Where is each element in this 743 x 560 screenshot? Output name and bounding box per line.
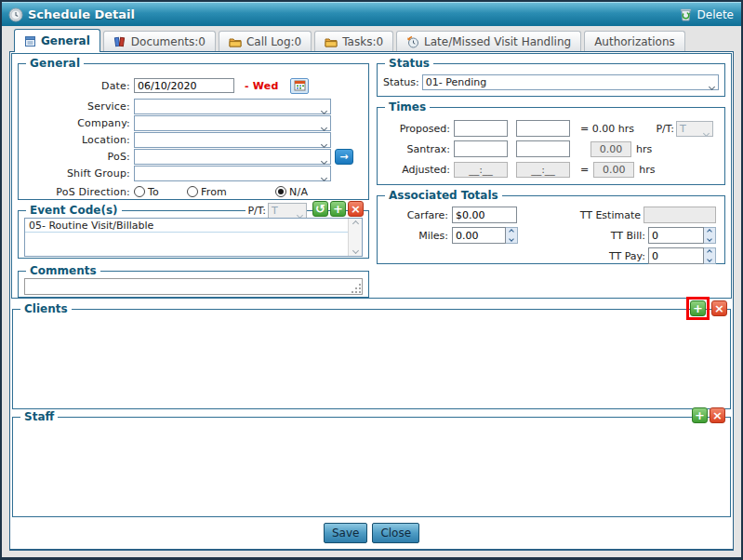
add-client-button[interactable]: + [690,300,706,316]
proposed-in-input[interactable] [454,120,508,137]
spinner-up-icon [506,228,517,235]
close-button[interactable]: Close [372,523,419,543]
day-of-week-text: - Wed [245,80,278,92]
status-legend: Status [385,57,433,70]
adjusted-out-box[interactable]: __:__ [516,162,570,178]
pos-go-button[interactable]: → [335,149,353,165]
clients-list-area [13,310,730,408]
comments-textarea[interactable] [24,278,363,295]
close-icon: × [712,409,723,421]
pt-label: P/T: [245,205,268,217]
tab-label: Tasks:0 [342,35,383,48]
tab-label: Call Log:0 [246,35,301,48]
proposed-label: Proposed: [383,123,454,135]
documents-icon [113,35,126,47]
carfare-input[interactable] [452,207,517,223]
tt-estimate-label: TT Estimate [580,209,641,221]
tab-label: General [41,34,90,47]
tt-bill-spinner[interactable] [704,227,716,244]
tab-late-missed-visit-handling[interactable]: Late/Missed Visit Handling [396,31,581,51]
form-icon [24,35,36,47]
radio-na-label: N/A [289,186,308,198]
location-select[interactable] [134,132,331,148]
spinner-up-icon [704,228,715,235]
radio-pos-na[interactable] [275,186,286,197]
event-codes-scrollbar[interactable] [348,219,362,256]
action-button-row: Save Close [10,523,733,543]
status-select[interactable]: 01- Pending [422,74,719,90]
clients-groupbox: Clients + × [12,309,731,409]
miles-input[interactable] [452,227,506,244]
tab-documents[interactable]: Documents:0 [103,31,216,51]
adjusted-unit: hrs [639,164,655,176]
resize-grip[interactable] [352,285,361,293]
pos-label: PoS: [24,151,134,163]
santrax-hours-box: 0.00 [590,141,631,157]
staff-toolbar: + × [692,407,725,423]
comments-legend: Comments [26,264,100,277]
tab-label: Late/Missed Visit Handling [424,35,571,48]
radio-pos-from[interactable] [187,186,198,197]
tab-tasks[interactable]: Tasks:0 [314,31,393,51]
close-icon: × [714,302,724,314]
event-pt-select: T [268,203,307,219]
shift-group-select[interactable] [134,166,331,181]
tt-bill-input[interactable] [648,227,704,244]
delete-button[interactable]: Delete [678,7,734,22]
date-label: Date: [24,80,134,92]
location-label: Location: [24,134,134,146]
tt-pay-spinner[interactable] [704,247,716,264]
santrax-in-input[interactable] [454,140,508,157]
tab-label: Documents:0 [131,35,206,48]
add-event-code-button[interactable]: + [330,201,346,217]
times-groupbox: Times Proposed: = 0.00 hrs P/T: T Sant [377,107,725,185]
event-codes-groupbox: Event Code(s) P/T: T ↺ + × 05- [18,210,369,259]
clients-toolbar: + × [686,297,727,320]
tab-general[interactable]: General [14,29,100,52]
santrax-out-input[interactable] [516,140,570,157]
event-codes-pt-group: P/T: T [245,203,307,219]
company-select[interactable] [134,115,331,131]
plus-icon: + [693,302,703,314]
adjusted-equals: = [580,164,589,176]
general-groupbox: General Date: - Wed [18,63,369,200]
scrollbar-down-icon[interactable] [352,247,358,254]
event-code-item[interactable]: 05- Routine Visit/Billable [25,219,348,233]
remove-event-code-button[interactable]: × [348,201,364,217]
remove-client-button[interactable]: × [711,300,727,316]
scrollbar-up-icon[interactable] [352,220,358,227]
adjusted-in-box[interactable]: __:__ [454,162,508,178]
delete-label: Delete [697,8,734,21]
plus-icon: + [695,409,705,421]
save-button[interactable]: Save [324,523,367,543]
status-value: 01- Pending [426,76,486,88]
tt-estimate-box [643,207,716,223]
pt-value: T [272,205,278,217]
date-input[interactable] [134,78,234,93]
remove-staff-button[interactable]: × [710,407,725,423]
miles-spinner[interactable] [506,227,518,244]
pos-direction-label: PoS Direction: [24,186,134,198]
radio-pos-to[interactable] [134,186,145,197]
left-column: General Date: - Wed [18,54,369,298]
undo-icon[interactable]: ↺ [312,201,328,217]
proposed-out-input[interactable] [516,120,570,137]
calendar-icon [294,80,306,91]
spinner-up-icon [704,248,715,256]
pos-select[interactable] [134,149,331,165]
tt-bill-label: TT Bill: [611,230,645,242]
schedule-form-area: General Date: - Wed [11,53,732,299]
add-staff-button[interactable]: + [692,407,708,423]
staff-legend: Staff [20,410,58,423]
times-pt-value: T [680,123,686,135]
spinner-down-icon [506,235,517,243]
tt-pay-input[interactable] [648,247,704,264]
service-label: Service: [24,100,134,113]
clock-icon [8,7,23,22]
tab-call-log[interactable]: Call Log:0 [219,31,312,51]
trash-recycle-icon [678,7,694,22]
service-select[interactable] [134,99,331,114]
tab-authorizations[interactable]: Authorizations [584,31,685,51]
event-codes-legend: Event Code(s) [26,204,122,217]
calendar-button[interactable] [290,78,309,94]
